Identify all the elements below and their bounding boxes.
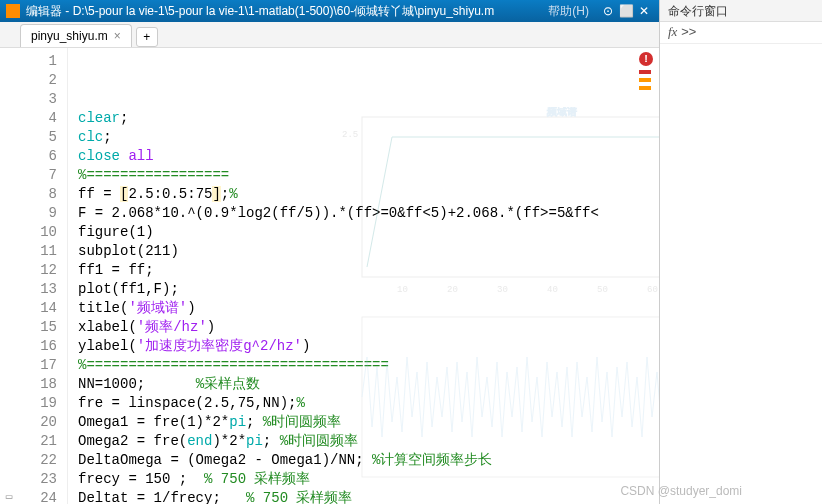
- command-window-title: 命令行窗口: [660, 0, 822, 22]
- warning-mark[interactable]: [639, 86, 651, 90]
- line-number: 8: [18, 185, 57, 204]
- line-number: 2: [18, 71, 57, 90]
- code-line[interactable]: clc;: [78, 128, 659, 147]
- line-number: 16: [18, 337, 57, 356]
- code-line[interactable]: title('频域谱'): [78, 299, 659, 318]
- code-line[interactable]: Omega2 = fre(end)*2*pi; %时间圆频率: [78, 432, 659, 451]
- line-number: 21: [18, 432, 57, 451]
- bookmark-icon[interactable]: ▭: [0, 48, 18, 503]
- warning-mark[interactable]: [639, 78, 651, 82]
- code-line[interactable]: %=================: [78, 166, 659, 185]
- restore-button[interactable]: ⊙: [599, 4, 617, 18]
- line-number: 20: [18, 413, 57, 432]
- tab-file[interactable]: pinyu_shiyu.m ×: [20, 24, 132, 47]
- line-number: 17: [18, 356, 57, 375]
- fx-icon: fx: [668, 24, 677, 39]
- error-mark[interactable]: [639, 70, 651, 74]
- menu-help[interactable]: 帮助(H): [548, 3, 589, 20]
- code-line[interactable]: NN=1000; %采样点数: [78, 375, 659, 394]
- code-line[interactable]: %====================================: [78, 356, 659, 375]
- command-window-panel: 命令行窗口 fx >>: [660, 0, 822, 504]
- code-line[interactable]: ylabel('加速度功率密度g^2/hz'): [78, 337, 659, 356]
- line-number: 13: [18, 280, 57, 299]
- line-number: 12: [18, 261, 57, 280]
- tab-add-button[interactable]: +: [136, 27, 158, 47]
- line-number: 4: [18, 109, 57, 128]
- code-line[interactable]: Omega1 = fre(1)*2*pi; %时间圆频率: [78, 413, 659, 432]
- code-line[interactable]: figure(1): [78, 223, 659, 242]
- line-number: 6: [18, 147, 57, 166]
- app-icon: [6, 4, 20, 18]
- line-number: 9: [18, 204, 57, 223]
- line-number: 10: [18, 223, 57, 242]
- code-line[interactable]: close all: [78, 147, 659, 166]
- line-number: 22: [18, 451, 57, 470]
- code-area[interactable]: ▭ 12345678910111213141516171819202122232…: [0, 48, 659, 504]
- error-indicator-icon[interactable]: !: [639, 52, 653, 66]
- code-line[interactable]: subplot(211): [78, 242, 659, 261]
- code-line[interactable]: Deltat = 1/frecy; % 750 采样频率: [78, 489, 659, 504]
- tab-bar: pinyu_shiyu.m × +: [0, 22, 659, 48]
- line-number: 19: [18, 394, 57, 413]
- code-line[interactable]: ff1 = ff;: [78, 261, 659, 280]
- code-line[interactable]: ff = [2.5:0.5:75];%: [78, 185, 659, 204]
- code-line[interactable]: clear;: [78, 109, 659, 128]
- titlebar-sep: -: [62, 4, 73, 18]
- code-line[interactable]: F = 2.068*10.^(0.9*log2(ff/5)).*(ff>=0&f…: [78, 204, 659, 223]
- indicator-column: !: [639, 52, 655, 90]
- line-number: 18: [18, 375, 57, 394]
- titlebar-app-label: 编辑器: [26, 3, 62, 20]
- code-lines[interactable]: 频域谱 102030 405060 7080 2.5: [68, 48, 659, 504]
- line-number-gutter: 123456789101112131415161718192021222324: [18, 48, 68, 504]
- code-line[interactable]: xlabel('频率/hz'): [78, 318, 659, 337]
- bookmark-gutter: ▭: [0, 48, 18, 504]
- code-line[interactable]: DeltaOmega = (Omega2 - Omega1)/NN; %计算空间…: [78, 451, 659, 470]
- line-number: 23: [18, 470, 57, 489]
- line-number: 14: [18, 299, 57, 318]
- line-number: 7: [18, 166, 57, 185]
- prompt-text: >>: [681, 24, 696, 39]
- command-prompt[interactable]: fx >>: [660, 22, 822, 44]
- line-number: 5: [18, 128, 57, 147]
- close-button[interactable]: ✕: [635, 4, 653, 18]
- editor-panel: 编辑器 - D:\5-pour la vie-1\5-pour la vie-1…: [0, 0, 660, 504]
- code-line[interactable]: frecy = 150 ; % 750 采样频率: [78, 470, 659, 489]
- maximize-button[interactable]: ⬜: [617, 4, 635, 18]
- line-number: 11: [18, 242, 57, 261]
- line-number: 15: [18, 318, 57, 337]
- tab-label: pinyu_shiyu.m: [31, 29, 108, 43]
- tab-close-icon[interactable]: ×: [114, 29, 121, 43]
- code-line[interactable]: plot(ff1,F);: [78, 280, 659, 299]
- line-number: 3: [18, 90, 57, 109]
- line-number: 24: [18, 489, 57, 504]
- code-line[interactable]: fre = linspace(2.5,75,NN);%: [78, 394, 659, 413]
- editor-titlebar: 编辑器 - D:\5-pour la vie-1\5-pour la vie-1…: [0, 0, 659, 22]
- line-number: 1: [18, 52, 57, 71]
- titlebar-path: D:\5-pour la vie-1\5-pour la vie-1\1-mat…: [73, 3, 539, 20]
